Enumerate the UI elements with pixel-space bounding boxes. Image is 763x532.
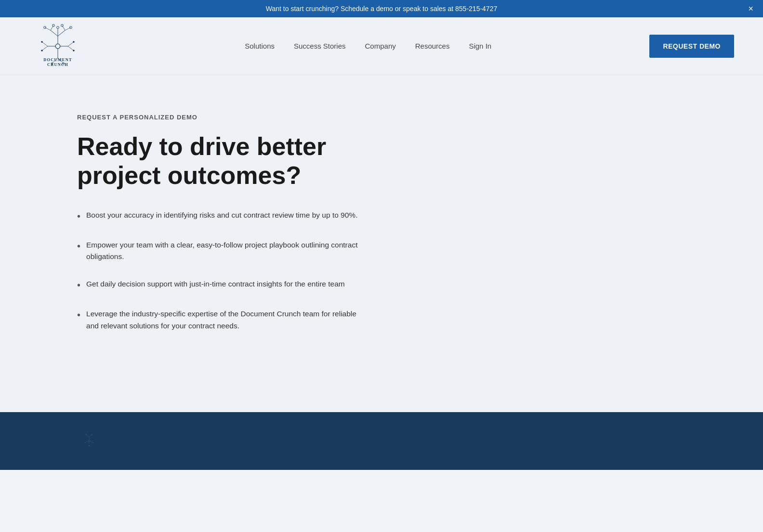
- svg-point-39: [93, 442, 94, 443]
- navbar: DOCUMENT CRUNCH Solutions Success Storie…: [0, 17, 763, 75]
- heading-line2: project outcomes?: [77, 161, 301, 189]
- footer-bar: [0, 412, 763, 470]
- bullet-list: Boost your accuracy in identifying risks…: [77, 209, 366, 332]
- svg-text:DOCUMENT: DOCUMENT: [43, 58, 72, 62]
- bullet-text-3: Get daily decision support with just-in-…: [86, 278, 345, 290]
- svg-line-37: [90, 441, 93, 443]
- svg-line-6: [51, 25, 53, 30]
- svg-point-23: [41, 50, 43, 52]
- svg-point-42: [89, 445, 90, 446]
- svg-line-10: [62, 25, 65, 30]
- svg-point-40: [85, 442, 86, 443]
- svg-line-33: [86, 434, 89, 437]
- bullet-text-2: Empower your team with a clear, easy-to-…: [86, 239, 366, 263]
- bullet-item-4: Leverage the industry-specific expertise…: [77, 308, 366, 332]
- svg-point-31: [88, 440, 90, 442]
- svg-line-3: [58, 30, 65, 36]
- main-heading: Ready to drive better project outcomes?: [77, 132, 366, 190]
- nav-success-stories[interactable]: Success Stories: [294, 42, 346, 50]
- svg-line-16: [68, 42, 74, 46]
- svg-line-17: [68, 46, 74, 51]
- logo-icon: DOCUMENT CRUNCH: [29, 17, 87, 75]
- svg-point-20: [73, 41, 75, 43]
- banner-text: Want to start crunching? Schedule a demo…: [266, 5, 497, 13]
- section-label: REQUEST A PERSONALIZED DEMO: [77, 114, 366, 121]
- svg-point-21: [73, 50, 75, 52]
- svg-line-19: [42, 46, 48, 51]
- banner-close-button[interactable]: ×: [748, 4, 753, 13]
- request-demo-button[interactable]: REQUEST DEMO: [649, 35, 734, 58]
- footer-logo: [77, 429, 101, 453]
- svg-point-13: [57, 26, 59, 28]
- bullet-item-2: Empower your team with a clear, easy-to-…: [77, 239, 366, 263]
- left-column: REQUEST A PERSONALIZED DEMO Ready to dri…: [77, 114, 366, 374]
- svg-line-2: [51, 30, 58, 36]
- svg-line-34: [89, 434, 92, 437]
- right-column: [366, 114, 686, 374]
- logo-area: DOCUMENT CRUNCH: [29, 17, 87, 75]
- svg-line-18: [42, 42, 48, 46]
- svg-point-22: [41, 41, 43, 43]
- svg-text:CRUNCH: CRUNCH: [47, 62, 68, 66]
- bullet-text-1: Boost your accuracy in identifying risks…: [86, 209, 357, 221]
- bullet-item-3: Get daily decision support with just-in-…: [77, 278, 366, 293]
- nav-resources[interactable]: Resources: [415, 42, 450, 50]
- nav-links: Solutions Success Stories Company Resour…: [245, 42, 491, 51]
- bullet-text-4: Leverage the industry-specific expertise…: [86, 308, 366, 332]
- top-banner: Want to start crunching? Schedule a demo…: [0, 0, 763, 17]
- bullet-item-1: Boost your accuracy in identifying risks…: [77, 209, 366, 224]
- footer-logo-icon: [77, 429, 101, 453]
- main-content: REQUEST A PERSONALIZED DEMO Ready to dri…: [0, 75, 763, 412]
- svg-line-38: [85, 441, 88, 443]
- nav-company[interactable]: Company: [365, 42, 396, 50]
- nav-sign-in[interactable]: Sign In: [469, 42, 491, 50]
- svg-point-0: [55, 44, 60, 49]
- heading-line1: Ready to drive better: [77, 132, 326, 160]
- nav-solutions[interactable]: Solutions: [245, 42, 275, 50]
